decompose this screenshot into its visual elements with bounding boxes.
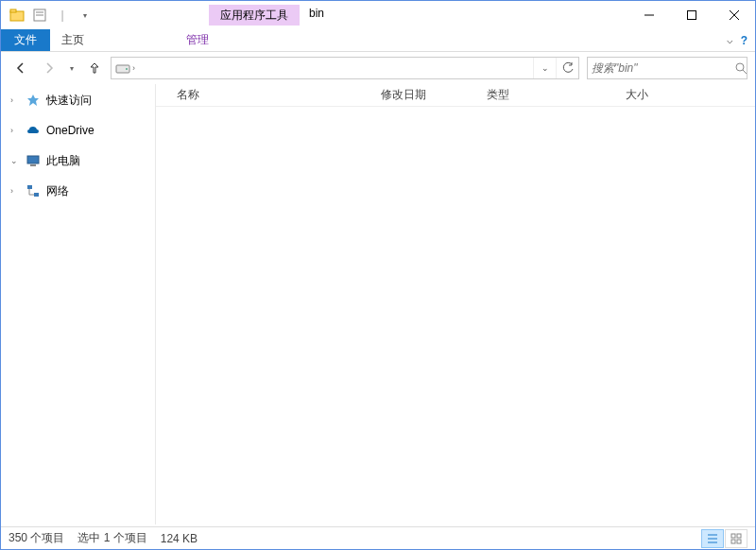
- column-type[interactable]: 类型: [479, 87, 579, 103]
- window-title: bin: [300, 1, 334, 29]
- address-dropdown[interactable]: ⌄: [533, 58, 556, 78]
- close-button[interactable]: [713, 1, 755, 29]
- sidebar-label: OneDrive: [46, 124, 94, 137]
- svg-rect-25: [731, 540, 735, 543]
- svg-rect-16: [27, 185, 32, 189]
- svg-rect-26: [737, 540, 741, 543]
- window-controls: [627, 1, 755, 29]
- status-items: 350 个项目: [9, 530, 77, 546]
- main-area: › 快速访问 › OneDrive ⌄ 此电脑 › 网络 名称 修改日期 类型: [1, 84, 755, 524]
- nav-pane: › 快速访问 › OneDrive ⌄ 此电脑 › 网络: [1, 84, 156, 524]
- qat-separator: |: [52, 5, 73, 26]
- svg-rect-24: [737, 534, 741, 538]
- view-icons-button[interactable]: [725, 529, 747, 548]
- sidebar-onedrive[interactable]: › OneDrive: [1, 120, 155, 141]
- svg-rect-17: [34, 193, 39, 197]
- chevron-right-icon[interactable]: ›: [10, 126, 20, 135]
- svg-rect-6: [687, 11, 696, 20]
- file-list[interactable]: [156, 107, 755, 524]
- quick-access-toolbar: | ▾: [1, 1, 95, 29]
- nav-row: ▾ › ⌄: [1, 52, 755, 84]
- sidebar-network[interactable]: › 网络: [1, 180, 155, 201]
- svg-rect-1: [10, 9, 16, 12]
- help-icon[interactable]: ?: [741, 34, 747, 47]
- file-tab[interactable]: 文件: [1, 29, 50, 51]
- minimize-button[interactable]: [627, 1, 670, 29]
- sidebar-label: 此电脑: [46, 153, 80, 169]
- column-headers: 名称 修改日期 类型 大小: [156, 84, 755, 107]
- sidebar-label: 快速访问: [46, 93, 92, 109]
- folder-icon[interactable]: [7, 5, 27, 26]
- sidebar-this-pc[interactable]: ⌄ 此电脑: [1, 150, 155, 171]
- ribbon-expand-icon[interactable]: ⌵: [727, 34, 733, 46]
- svg-rect-15: [30, 164, 36, 166]
- sidebar-label: 网络: [46, 183, 69, 199]
- svg-marker-13: [27, 95, 39, 106]
- star-icon: [26, 93, 41, 108]
- status-selected: 选中 1 个项目: [77, 530, 160, 546]
- svg-point-10: [126, 68, 128, 70]
- svg-rect-23: [731, 534, 735, 538]
- search-box[interactable]: [587, 57, 747, 79]
- tab-0[interactable]: 主页: [50, 28, 95, 52]
- search-icon[interactable]: [734, 61, 747, 75]
- file-list-pane: 名称 修改日期 类型 大小: [156, 84, 755, 524]
- back-button[interactable]: [9, 56, 33, 80]
- refresh-button[interactable]: [556, 58, 578, 78]
- status-size: 124 KB: [161, 532, 211, 545]
- svg-line-12: [743, 70, 747, 74]
- tab-manage[interactable]: 管理: [175, 28, 220, 52]
- view-details-button[interactable]: [701, 529, 724, 548]
- column-name[interactable]: 名称: [156, 87, 373, 103]
- chevron-right-icon[interactable]: ›: [10, 186, 20, 196]
- titlebar: | ▾ 应用程序工具 bin: [1, 1, 755, 29]
- contextual-tab-header: 应用程序工具: [209, 5, 300, 26]
- chevron-right-icon[interactable]: ›: [130, 63, 137, 73]
- svg-rect-14: [27, 156, 39, 163]
- up-button[interactable]: [82, 56, 107, 80]
- sidebar-quick-access[interactable]: › 快速访问: [1, 90, 155, 111]
- status-bar: 350 个项目 选中 1 个项目 124 KB: [1, 526, 755, 549]
- network-icon: [26, 183, 41, 198]
- pc-icon: [26, 153, 41, 168]
- properties-icon[interactable]: [29, 5, 50, 26]
- maximize-button[interactable]: [670, 1, 713, 29]
- qat-dropdown[interactable]: ▾: [75, 5, 95, 26]
- chevron-right-icon[interactable]: ›: [10, 95, 20, 105]
- address-bar[interactable]: › ⌄: [111, 57, 579, 79]
- recent-dropdown[interactable]: ▾: [65, 56, 78, 80]
- column-size[interactable]: 大小: [579, 87, 657, 103]
- forward-button[interactable]: [37, 56, 61, 80]
- drive-icon: [115, 60, 130, 76]
- ribbon-tabs: 文件 主页 管理 ⌵ ?: [1, 29, 755, 52]
- column-date[interactable]: 修改日期: [373, 87, 479, 103]
- cloud-icon: [26, 123, 41, 138]
- chevron-down-icon[interactable]: ⌄: [10, 156, 20, 165]
- svg-point-11: [736, 63, 744, 71]
- search-input[interactable]: [592, 61, 734, 75]
